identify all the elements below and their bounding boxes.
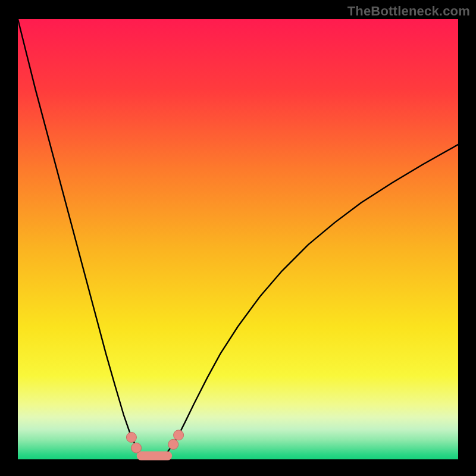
right-marker-upper [174,430,184,440]
chart-frame [18,19,458,459]
watermark: TheBottleneck.com [347,4,470,19]
right-marker-lower [168,439,178,449]
left-marker-upper [126,433,136,443]
left-marker-lower [131,443,142,453]
curve-line [18,19,458,458]
chart-overlay [18,19,458,459]
marker-group [126,430,183,453]
